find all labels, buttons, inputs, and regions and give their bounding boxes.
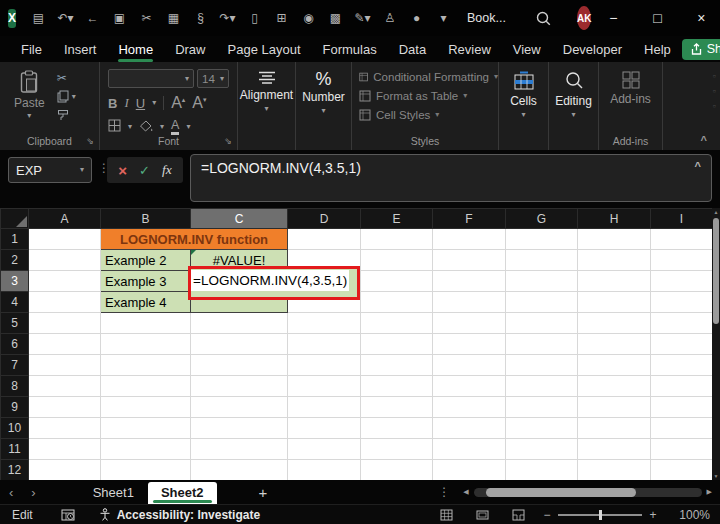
tab-home[interactable]: Home — [107, 37, 164, 62]
pin-icon[interactable]: ⊞ — [268, 11, 295, 25]
cell-F6[interactable] — [433, 334, 506, 355]
close-button[interactable]: × — [679, 0, 720, 36]
cell-H9[interactable] — [578, 397, 651, 418]
cell-B8[interactable] — [101, 376, 191, 397]
scroll-up-icon[interactable]: ▲ — [712, 209, 720, 215]
cell-A1[interactable] — [29, 229, 101, 250]
cell-A9[interactable] — [29, 397, 101, 418]
column-header-F[interactable]: F — [433, 209, 506, 229]
tab-page-layout[interactable]: Page Layout — [217, 37, 312, 62]
cell-G1[interactable] — [506, 229, 578, 250]
tab-developer[interactable]: Developer — [552, 37, 633, 62]
cell-H1[interactable] — [578, 229, 651, 250]
cell-B1[interactable]: LOGNORM.INV function — [101, 229, 288, 250]
zoom-slider[interactable] — [558, 514, 642, 516]
cell-I10[interactable] — [651, 418, 713, 439]
italic-button[interactable]: I — [124, 95, 128, 111]
conditional-formatting-button[interactable]: Conditional Formatting ▾ — [359, 70, 498, 84]
qat-overflow-icon[interactable]: ▾ — [430, 11, 457, 25]
row-header-10[interactable]: 10 — [1, 418, 29, 439]
row-header-12[interactable]: 12 — [1, 460, 29, 481]
column-header-I[interactable]: I — [651, 209, 713, 229]
cell-C5[interactable] — [191, 313, 288, 334]
cell-styles-button[interactable]: Cell Styles ▾ — [359, 108, 498, 122]
scroll-right-icon[interactable]: ▶ — [704, 488, 715, 496]
formula-input[interactable]: =LOGNORM.INV(4,3.5,1) ^ — [190, 154, 712, 202]
cell-I11[interactable] — [651, 439, 713, 460]
cell-D1[interactable] — [288, 229, 361, 250]
redo-icon[interactable]: ↷▾ — [214, 11, 241, 25]
row-header-1[interactable]: 1 — [1, 229, 29, 250]
cell-I6[interactable] — [651, 334, 713, 355]
cell-B2[interactable]: Example 2 — [101, 250, 191, 271]
cell-E6[interactable] — [361, 334, 433, 355]
cell-H7[interactable] — [578, 355, 651, 376]
cell-E9[interactable] — [361, 397, 433, 418]
font-dialog-launcher-icon[interactable]: ⇘ — [224, 136, 232, 146]
cell-I8[interactable] — [651, 376, 713, 397]
horizontal-scrollbar[interactable]: ◀ ▶ — [460, 488, 715, 497]
tab-draw[interactable]: Draw — [164, 37, 216, 62]
cell-F1[interactable] — [433, 229, 506, 250]
cell-B5[interactable] — [101, 313, 191, 334]
undo-icon[interactable]: ↶▾ — [52, 11, 79, 25]
row-header-6[interactable]: 6 — [1, 334, 29, 355]
cell-H6[interactable] — [578, 334, 651, 355]
add-ins-button[interactable]: Add-ins Add-ins — [599, 62, 663, 150]
tab-formulas[interactable]: Formulas — [312, 37, 388, 62]
cell-D8[interactable] — [288, 376, 361, 397]
cell-H11[interactable] — [578, 439, 651, 460]
zoom-out-button[interactable]: − — [536, 508, 558, 522]
cell-I5[interactable] — [651, 313, 713, 334]
cell-I4[interactable] — [651, 292, 713, 313]
fill-color-button[interactable] — [139, 118, 153, 136]
tab-data[interactable]: Data — [388, 37, 437, 62]
excel-logo-icon[interactable]: X — [8, 9, 16, 28]
cell-F5[interactable] — [433, 313, 506, 334]
number-format-button[interactable]: % Number ▾ — [296, 62, 352, 150]
tab-insert[interactable]: Insert — [53, 37, 108, 62]
sheet-tab-sheet2[interactable]: Sheet2 — [148, 482, 217, 504]
cell-D6[interactable] — [288, 334, 361, 355]
cell-F2[interactable] — [433, 250, 506, 271]
clipboard-dialog-launcher-icon[interactable]: ⇘ — [86, 136, 94, 146]
table-preview-icon[interactable]: ▩ — [322, 11, 349, 25]
row-header-9[interactable]: 9 — [1, 397, 29, 418]
cell-B7[interactable] — [101, 355, 191, 376]
format-as-table-button[interactable]: Format as Table ▾ — [359, 89, 498, 103]
cell-G6[interactable] — [506, 334, 578, 355]
cell-I7[interactable] — [651, 355, 713, 376]
scroll-left-icon[interactable]: ◀ — [460, 488, 471, 496]
cell-I9[interactable] — [651, 397, 713, 418]
paste-button[interactable]: Paste ▾ — [14, 70, 45, 121]
cell-C7[interactable] — [191, 355, 288, 376]
cut-icon[interactable]: ✂ — [133, 11, 160, 25]
cell-E8[interactable] — [361, 376, 433, 397]
cell-A10[interactable] — [29, 418, 101, 439]
borders-button[interactable] — [108, 118, 121, 136]
copy-button[interactable]: ▾ — [57, 90, 76, 103]
name-box[interactable]: EXP ▾ — [8, 157, 92, 183]
cell-E3[interactable] — [361, 271, 433, 292]
cell-H8[interactable] — [578, 376, 651, 397]
cell-B11[interactable] — [101, 439, 191, 460]
collapse-formula-bar-icon[interactable]: ^ — [695, 160, 701, 172]
row-header-11[interactable]: 11 — [1, 439, 29, 460]
new-file-icon[interactable]: ▯ — [241, 11, 268, 25]
cell-C12[interactable] — [191, 460, 288, 481]
page-layout-view-icon[interactable] — [464, 509, 500, 521]
cell-G11[interactable] — [506, 439, 578, 460]
active-cell-editor[interactable]: =LOGNORM.INV(4,3.5,1) — [191, 270, 349, 291]
cell-G5[interactable] — [506, 313, 578, 334]
person-search-icon[interactable]: ♙ — [376, 11, 403, 25]
column-header-D[interactable]: D — [288, 209, 361, 229]
cell-I12[interactable] — [651, 460, 713, 481]
ink-icon[interactable]: ✎▾ — [349, 11, 376, 25]
row-header-5[interactable]: 5 — [1, 313, 29, 334]
next-sheet-icon[interactable]: › — [22, 485, 44, 500]
cell-D10[interactable] — [288, 418, 361, 439]
row-header-8[interactable]: 8 — [1, 376, 29, 397]
cell-G2[interactable] — [506, 250, 578, 271]
tab-help[interactable]: Help — [633, 37, 682, 62]
cell-D12[interactable] — [288, 460, 361, 481]
